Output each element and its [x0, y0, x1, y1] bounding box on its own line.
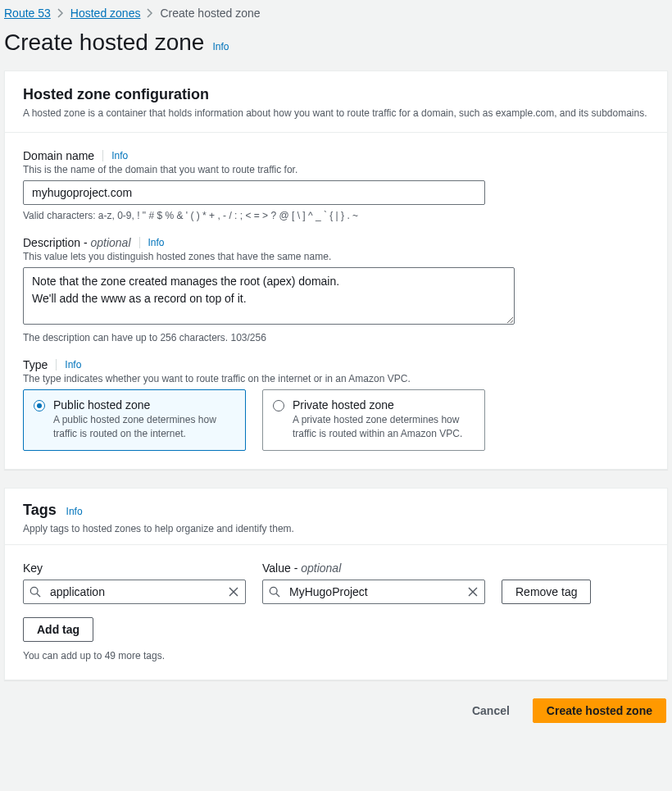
panel-desc-tags: Apply tags to hosted zones to help organ…	[23, 522, 649, 536]
breadcrumb-current: Create hosted zone	[160, 7, 260, 20]
tag-value-input[interactable]	[262, 580, 485, 604]
svg-point-0	[30, 588, 38, 595]
svg-line-1	[37, 593, 40, 597]
label-tag-key: Key	[23, 561, 246, 575]
divider	[139, 237, 140, 248]
radio-private-hosted-zone[interactable]: Private hosted zone A private hosted zon…	[262, 389, 485, 452]
info-link-domain[interactable]: Info	[111, 150, 128, 161]
clear-icon[interactable]	[465, 584, 480, 599]
label-domain-name: Domain name	[23, 149, 94, 162]
hint-tag-limit: You can add up to 49 more tags.	[23, 650, 649, 661]
breadcrumb-link-hosted-zones[interactable]: Hosted zones	[70, 7, 141, 20]
breadcrumb: Route 53 Hosted zones Create hosted zone	[4, 3, 668, 30]
search-icon	[30, 586, 41, 598]
radio-indicator-icon	[34, 400, 45, 411]
panel-hosted-zone-configuration: Hosted zone configuration A hosted zone …	[4, 70, 668, 470]
panel-title-config: Hosted zone configuration	[23, 86, 649, 103]
radio-desc-public: A public hosted zone determines how traf…	[53, 413, 235, 441]
radio-indicator-icon	[273, 400, 284, 411]
help-description: This value lets you distinguish hosted z…	[23, 251, 515, 262]
chevron-right-icon	[147, 8, 153, 18]
create-hosted-zone-button[interactable]: Create hosted zone	[533, 698, 666, 723]
help-domain: This is the name of the domain that you …	[23, 164, 515, 175]
hint-valid-chars: Valid characters: a-z, 0-9, ! " # $ % & …	[23, 210, 515, 221]
tag-key-input[interactable]	[23, 580, 246, 604]
hint-description-limit: The description can have up to 256 chara…	[23, 332, 515, 343]
search-icon	[269, 586, 280, 598]
add-tag-button[interactable]: Add tag	[23, 617, 93, 642]
radio-desc-private: A private hosted zone determines how tra…	[293, 413, 474, 441]
svg-point-4	[270, 588, 277, 595]
panel-title-tags: Tags	[23, 502, 57, 519]
info-link-description[interactable]: Info	[148, 237, 165, 248]
remove-tag-button[interactable]: Remove tag	[502, 580, 591, 604]
radio-title-public: Public hosted zone	[53, 398, 235, 411]
clear-icon[interactable]	[226, 584, 241, 599]
info-link-tags[interactable]: Info	[66, 506, 83, 517]
radio-public-hosted-zone[interactable]: Public hosted zone A public hosted zone …	[23, 389, 246, 452]
chevron-right-icon	[57, 8, 64, 18]
domain-name-input[interactable]	[23, 180, 485, 205]
info-link-title[interactable]: Info	[212, 41, 229, 52]
page-title: Create hosted zone	[4, 30, 204, 56]
help-type: The type indicates whether you want to r…	[23, 373, 515, 384]
panel-tags: Tags Info Apply tags to hosted zones to …	[4, 488, 668, 680]
svg-line-5	[276, 593, 279, 597]
panel-desc-config: A hosted zone is a container that holds …	[23, 107, 649, 120]
radio-title-private: Private hosted zone	[293, 398, 474, 411]
info-link-type[interactable]: Info	[65, 359, 81, 370]
label-description: Description - optional	[23, 236, 131, 249]
divider	[56, 359, 57, 370]
description-textarea[interactable]	[23, 267, 515, 325]
label-tag-value: Value - optional	[262, 561, 485, 575]
breadcrumb-link-route53[interactable]: Route 53	[4, 7, 51, 20]
cancel-button[interactable]: Cancel	[459, 698, 523, 723]
divider	[102, 150, 103, 161]
label-type: Type	[23, 358, 48, 371]
